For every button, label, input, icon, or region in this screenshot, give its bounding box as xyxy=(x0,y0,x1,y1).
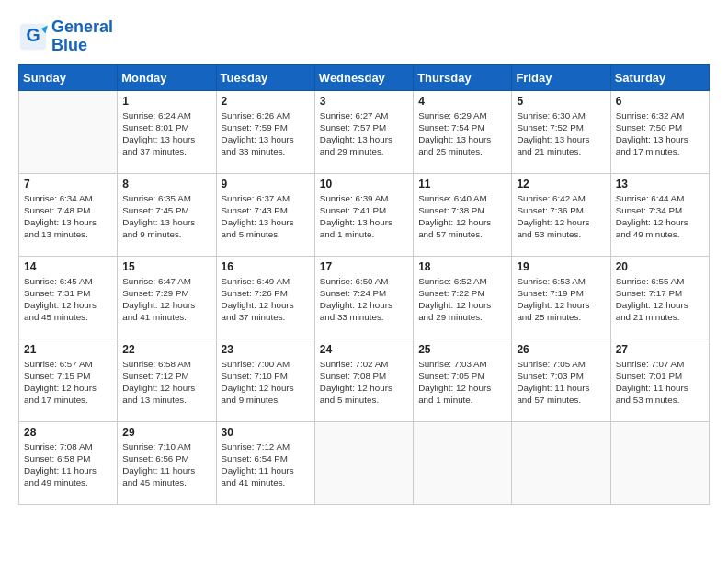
calendar-cell: 28Sunrise: 7:08 AM Sunset: 6:58 PM Dayli… xyxy=(19,421,118,504)
calendar-cell: 23Sunrise: 7:00 AM Sunset: 7:10 PM Dayli… xyxy=(216,339,314,421)
calendar-cell: 18Sunrise: 6:52 AM Sunset: 7:22 PM Dayli… xyxy=(414,256,512,339)
calendar-cell: 7Sunrise: 6:34 AM Sunset: 7:48 PM Daylig… xyxy=(19,173,118,256)
day-number: 21 xyxy=(24,343,112,356)
day-number: 4 xyxy=(418,95,506,108)
calendar-cell: 26Sunrise: 7:05 AM Sunset: 7:03 PM Dayli… xyxy=(512,339,610,421)
day-info: Sunrise: 7:12 AM Sunset: 6:54 PM Dayligh… xyxy=(222,441,310,489)
calendar-cell: 13Sunrise: 6:44 AM Sunset: 7:34 PM Dayli… xyxy=(610,173,709,256)
calendar-cell: 14Sunrise: 6:45 AM Sunset: 7:31 PM Dayli… xyxy=(19,256,118,339)
day-info: Sunrise: 7:07 AM Sunset: 7:01 PM Dayligh… xyxy=(616,358,704,407)
day-info: Sunrise: 6:24 AM Sunset: 8:01 PM Dayligh… xyxy=(122,109,210,158)
day-info: Sunrise: 6:30 AM Sunset: 7:52 PM Dayligh… xyxy=(517,109,605,158)
day-info: Sunrise: 7:08 AM Sunset: 6:58 PM Dayligh… xyxy=(24,441,112,489)
logo-icon: G xyxy=(18,22,48,52)
day-info: Sunrise: 6:42 AM Sunset: 7:36 PM Dayligh… xyxy=(517,192,605,241)
day-info: Sunrise: 6:45 AM Sunset: 7:31 PM Dayligh… xyxy=(24,275,112,324)
calendar-cell xyxy=(512,421,610,504)
day-info: Sunrise: 6:37 AM Sunset: 7:43 PM Dayligh… xyxy=(222,192,310,241)
calendar-cell xyxy=(610,421,709,504)
day-number: 9 xyxy=(222,178,310,190)
day-info: Sunrise: 6:52 AM Sunset: 7:22 PM Dayligh… xyxy=(418,275,506,324)
calendar-cell: 10Sunrise: 6:39 AM Sunset: 7:41 PM Dayli… xyxy=(314,173,413,256)
calendar-cell: 27Sunrise: 7:07 AM Sunset: 7:01 PM Dayli… xyxy=(610,339,709,421)
calendar-cell xyxy=(19,90,118,173)
calendar-cell: 8Sunrise: 6:35 AM Sunset: 7:45 PM Daylig… xyxy=(118,173,216,256)
day-number: 6 xyxy=(616,95,704,108)
calendar-cell: 4Sunrise: 6:29 AM Sunset: 7:54 PM Daylig… xyxy=(414,90,512,173)
day-number: 23 xyxy=(222,343,310,356)
day-number: 20 xyxy=(616,260,704,273)
day-number: 15 xyxy=(122,260,210,273)
day-number: 14 xyxy=(24,260,112,273)
calendar-cell: 3Sunrise: 6:27 AM Sunset: 7:57 PM Daylig… xyxy=(314,90,413,173)
day-number: 1 xyxy=(122,95,210,108)
day-number: 11 xyxy=(418,178,506,190)
calendar-cell: 25Sunrise: 7:03 AM Sunset: 7:05 PM Dayli… xyxy=(414,339,512,421)
weekday-header-monday: Monday xyxy=(118,64,216,90)
weekday-header-saturday: Saturday xyxy=(610,64,709,90)
day-info: Sunrise: 6:35 AM Sunset: 7:45 PM Dayligh… xyxy=(122,192,210,241)
day-info: Sunrise: 7:03 AM Sunset: 7:05 PM Dayligh… xyxy=(418,358,506,407)
logo-text: General Blue xyxy=(51,18,113,55)
day-number: 12 xyxy=(517,178,605,190)
calendar-cell: 12Sunrise: 6:42 AM Sunset: 7:36 PM Dayli… xyxy=(512,173,610,256)
day-info: Sunrise: 6:27 AM Sunset: 7:57 PM Dayligh… xyxy=(320,109,408,158)
day-number: 8 xyxy=(122,178,210,190)
day-info: Sunrise: 7:02 AM Sunset: 7:08 PM Dayligh… xyxy=(320,358,408,407)
calendar-cell: 16Sunrise: 6:49 AM Sunset: 7:26 PM Dayli… xyxy=(216,256,314,339)
calendar-cell: 30Sunrise: 7:12 AM Sunset: 6:54 PM Dayli… xyxy=(216,421,314,504)
day-number: 26 xyxy=(517,343,605,356)
calendar-cell: 17Sunrise: 6:50 AM Sunset: 7:24 PM Dayli… xyxy=(314,256,413,339)
calendar-cell: 22Sunrise: 6:58 AM Sunset: 7:12 PM Dayli… xyxy=(118,339,216,421)
day-number: 5 xyxy=(517,95,605,108)
weekday-header-sunday: Sunday xyxy=(19,64,118,90)
day-number: 17 xyxy=(320,260,408,273)
calendar-cell xyxy=(414,421,512,504)
calendar-cell: 19Sunrise: 6:53 AM Sunset: 7:19 PM Dayli… xyxy=(512,256,610,339)
weekday-header-wednesday: Wednesday xyxy=(314,64,413,90)
day-info: Sunrise: 6:40 AM Sunset: 7:38 PM Dayligh… xyxy=(418,192,506,241)
day-number: 3 xyxy=(320,95,408,108)
day-info: Sunrise: 7:05 AM Sunset: 7:03 PM Dayligh… xyxy=(517,358,605,407)
calendar-cell: 2Sunrise: 6:26 AM Sunset: 7:59 PM Daylig… xyxy=(216,90,314,173)
day-info: Sunrise: 6:49 AM Sunset: 7:26 PM Dayligh… xyxy=(222,275,310,324)
calendar: SundayMondayTuesdayWednesdayThursdayFrid… xyxy=(18,64,710,505)
day-number: 13 xyxy=(616,178,704,190)
day-info: Sunrise: 6:50 AM Sunset: 7:24 PM Dayligh… xyxy=(320,275,408,324)
day-number: 18 xyxy=(418,260,506,273)
day-info: Sunrise: 6:39 AM Sunset: 7:41 PM Dayligh… xyxy=(320,192,408,241)
day-info: Sunrise: 6:26 AM Sunset: 7:59 PM Dayligh… xyxy=(222,109,310,158)
calendar-cell: 1Sunrise: 6:24 AM Sunset: 8:01 PM Daylig… xyxy=(118,90,216,173)
day-info: Sunrise: 6:29 AM Sunset: 7:54 PM Dayligh… xyxy=(418,109,506,158)
calendar-cell: 11Sunrise: 6:40 AM Sunset: 7:38 PM Dayli… xyxy=(414,173,512,256)
day-number: 22 xyxy=(122,343,210,356)
calendar-cell: 15Sunrise: 6:47 AM Sunset: 7:29 PM Dayli… xyxy=(118,256,216,339)
svg-text:G: G xyxy=(26,25,40,45)
day-number: 30 xyxy=(222,426,310,439)
day-number: 16 xyxy=(222,260,310,273)
day-number: 27 xyxy=(616,343,704,356)
day-info: Sunrise: 6:55 AM Sunset: 7:17 PM Dayligh… xyxy=(616,275,704,324)
weekday-header-thursday: Thursday xyxy=(414,64,512,90)
calendar-cell: 29Sunrise: 7:10 AM Sunset: 6:56 PM Dayli… xyxy=(118,421,216,504)
day-info: Sunrise: 7:00 AM Sunset: 7:10 PM Dayligh… xyxy=(222,358,310,407)
calendar-cell: 21Sunrise: 6:57 AM Sunset: 7:15 PM Dayli… xyxy=(19,339,118,421)
day-info: Sunrise: 6:47 AM Sunset: 7:29 PM Dayligh… xyxy=(122,275,210,324)
day-info: Sunrise: 6:58 AM Sunset: 7:12 PM Dayligh… xyxy=(122,358,210,407)
day-number: 25 xyxy=(418,343,506,356)
day-number: 7 xyxy=(24,178,112,190)
day-number: 10 xyxy=(320,178,408,190)
calendar-cell: 20Sunrise: 6:55 AM Sunset: 7:17 PM Dayli… xyxy=(610,256,709,339)
weekday-header-friday: Friday xyxy=(512,64,610,90)
weekday-header-tuesday: Tuesday xyxy=(216,64,314,90)
day-number: 24 xyxy=(320,343,408,356)
calendar-cell: 6Sunrise: 6:32 AM Sunset: 7:50 PM Daylig… xyxy=(610,90,709,173)
day-info: Sunrise: 6:44 AM Sunset: 7:34 PM Dayligh… xyxy=(616,192,704,241)
day-info: Sunrise: 7:10 AM Sunset: 6:56 PM Dayligh… xyxy=(122,441,210,489)
day-number: 2 xyxy=(222,95,310,108)
calendar-cell: 5Sunrise: 6:30 AM Sunset: 7:52 PM Daylig… xyxy=(512,90,610,173)
day-info: Sunrise: 6:34 AM Sunset: 7:48 PM Dayligh… xyxy=(24,192,112,241)
day-number: 19 xyxy=(517,260,605,273)
calendar-cell: 9Sunrise: 6:37 AM Sunset: 7:43 PM Daylig… xyxy=(216,173,314,256)
logo: G General Blue xyxy=(18,18,113,55)
